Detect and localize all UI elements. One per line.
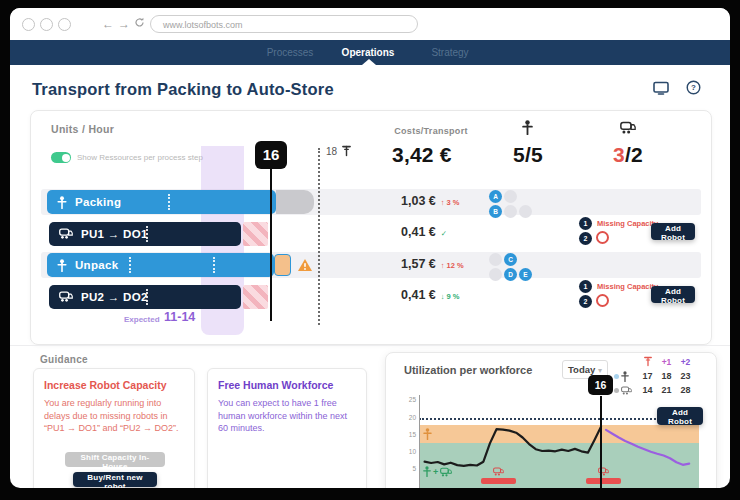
process-bar-pu1-do1[interactable]: PU1 → DO1 — [49, 222, 241, 246]
robot-badge: 1 — [579, 280, 592, 293]
row-cost: 1,03 €3 % — [401, 194, 460, 208]
forward-icon[interactable]: → — [118, 16, 130, 32]
traffic-light-close[interactable] — [22, 18, 35, 31]
resources-toggle[interactable] — [51, 152, 71, 163]
add-robot-button[interactable]: Add Robot — [651, 286, 695, 303]
guidance-card-title: Free Human Workforce — [218, 379, 356, 391]
process-bar-packing[interactable]: Packing — [47, 190, 276, 214]
tab-processes[interactable]: Processes — [267, 40, 314, 65]
cost-delta: 9 % — [441, 292, 460, 301]
worker-badge-empty — [489, 253, 502, 266]
worker-badge: D — [504, 268, 517, 281]
chart-legend: +1 +2 17 18 23 14 21 28 — [614, 355, 695, 397]
add-robot-button[interactable]: Add Robot — [651, 223, 695, 240]
robot-badge: 2 — [579, 295, 592, 308]
missing-robot-ring — [596, 294, 609, 307]
missing-capacity-stripes — [243, 285, 268, 309]
refresh-icon[interactable] — [134, 17, 145, 28]
target-rate-line — [318, 148, 320, 325]
robots-total: 3/2 — [598, 143, 658, 167]
row-cost: 0,41 €9 % — [401, 288, 460, 302]
y-tick: 10 — [402, 448, 416, 455]
back-icon[interactable]: ← — [102, 16, 114, 32]
robot-icon — [621, 386, 632, 395]
robots-total-icon — [620, 121, 636, 134]
target-rate-label: 18 — [326, 146, 337, 157]
chart-time-marker-badge: 16 — [588, 375, 613, 395]
y-axis — [419, 395, 420, 488]
process-bar-unpack[interactable]: Unpack — [47, 253, 274, 277]
y-tick: 20 — [402, 414, 416, 421]
humans-total-icon — [522, 120, 533, 135]
worker-badge-empty — [504, 205, 517, 218]
toggle-label: Show Ressources per process step — [77, 153, 203, 162]
monitor-icon[interactable] — [653, 81, 669, 95]
missing-robot-ring — [596, 231, 609, 244]
cost-delta: 3 % — [441, 198, 460, 207]
tab-strategy[interactable]: Strategy — [431, 40, 468, 65]
target-icon — [342, 145, 351, 157]
traffic-light-minimize[interactable] — [40, 18, 53, 31]
utilization-card: Utilization per workforce Today ▾ +1 +2 … — [385, 352, 717, 488]
cost-delta — [441, 229, 447, 238]
human-icon — [621, 371, 629, 382]
robot-icon — [493, 467, 504, 476]
chart-time-marker-line — [600, 396, 602, 488]
worker-badge-empty — [489, 268, 502, 281]
nav-bar: Processes Operations Strategy — [10, 40, 730, 65]
screen: ← → www.lotsofbots.com Processes Operati… — [0, 0, 740, 500]
active-tab-notch — [362, 59, 376, 65]
forecast-utilization-line — [606, 430, 689, 465]
row-cost: 1,57 €12 % — [401, 257, 464, 271]
robot-badge: 2 — [579, 232, 592, 245]
missing-capacity-stripes — [243, 222, 268, 246]
buy-rent-robot-button[interactable]: Buy/Rent new robot — [73, 472, 157, 487]
guidance-card-robot-capacity: Increase Robot Capacity You are regularl… — [33, 368, 195, 488]
worker-badge: A — [489, 190, 502, 203]
warning-icon[interactable] — [297, 258, 313, 272]
legend-plus2: +2 — [676, 357, 695, 367]
page-title: Transport from Packing to Auto-Store — [32, 80, 334, 99]
missing-capacity-label: Missing Capacity — [597, 219, 658, 228]
process-bar-pu2-do2[interactable]: PU2 → DO2 — [49, 285, 241, 309]
guidance-card-title: Increase Robot Capacity — [44, 379, 184, 391]
costs-total: 3,42 € — [392, 143, 452, 167]
humans-total: 5/5 — [498, 143, 558, 167]
browser-chrome: ← → www.lotsofbots.com — [10, 8, 730, 41]
worker-badge: B — [489, 205, 502, 218]
help-icon[interactable]: ? — [686, 80, 701, 95]
section-divider — [10, 345, 730, 346]
target-icon — [644, 356, 652, 367]
missing-capacity-bar — [481, 478, 516, 484]
human-icon — [57, 196, 67, 209]
y-tick: 15 — [402, 431, 416, 438]
traffic-light-maximize[interactable] — [58, 18, 71, 31]
expected-range: 11-14 — [164, 310, 195, 324]
robot-icon — [59, 291, 73, 302]
missing-capacity-bar — [586, 478, 621, 484]
bar-extension — [276, 190, 314, 214]
overload-segment — [274, 254, 291, 276]
guidance-card-body: You are regularly running into delays du… — [44, 397, 184, 435]
legend-plus1: +1 — [657, 357, 676, 367]
guidance-header: Guidance — [40, 354, 88, 365]
guidance-card-body: You can expect to have 1 free human work… — [218, 397, 356, 435]
units-header: Units / Hour — [51, 123, 114, 135]
browser-window: ← → www.lotsofbots.com Processes Operati… — [10, 8, 730, 488]
chart-add-robot-button[interactable]: Add Robot — [657, 407, 703, 425]
worker-badge-empty — [519, 205, 532, 218]
y-tick: 5 — [402, 465, 416, 472]
shift-capacity-button[interactable]: Shift Capacity In-House — [65, 452, 165, 467]
row-cost: 0,41 € — [401, 225, 447, 239]
units-panel: Units / Hour Show Ressources per process… — [30, 110, 712, 345]
cost-delta: 12 % — [441, 261, 464, 270]
current-rate-badge: 16 — [255, 141, 287, 169]
expected-label: Expected — [124, 315, 160, 324]
human-icon — [57, 259, 67, 272]
robot-icon — [59, 228, 73, 239]
y-tick: 25 — [402, 396, 416, 403]
current-rate-line — [270, 168, 273, 321]
missing-capacity-label: Missing Capacity — [597, 282, 658, 291]
guidance-card-free-workforce: Free Human Workforce You can expect to h… — [207, 368, 367, 488]
url-bar[interactable]: www.lotsofbots.com — [150, 15, 418, 33]
